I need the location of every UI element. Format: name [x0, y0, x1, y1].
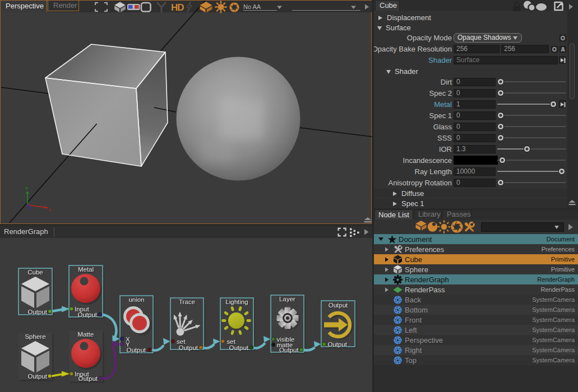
- svg-text:Output: Output: [126, 347, 146, 353]
- svg-text:HD: HD: [171, 2, 184, 13]
- svg-text:Metal: Metal: [78, 266, 94, 273]
- svg-text:Lighting: Lighting: [225, 298, 248, 305]
- svg-text:Output: Output: [178, 344, 198, 351]
- svg-text:Output: Output: [328, 341, 348, 348]
- svg-text:Output: Output: [27, 309, 47, 315]
- svg-text:Matte: Matte: [78, 331, 94, 338]
- svg-text:No AA: No AA: [243, 3, 261, 10]
- svg-text:Trace: Trace: [179, 298, 195, 305]
- svg-text:Output: Output: [77, 311, 97, 318]
- svg-text:Sphere: Sphere: [25, 333, 45, 340]
- svg-text:Y: Y: [25, 186, 29, 191]
- svg-text:Output: Output: [279, 347, 299, 353]
- svg-text:Cube: Cube: [27, 269, 43, 276]
- svg-text:union: union: [128, 296, 144, 303]
- svg-text:Output: Output: [229, 344, 248, 351]
- svg-text:Output: Output: [78, 375, 98, 382]
- svg-text:x: x: [49, 207, 51, 212]
- svg-text:Output: Output: [27, 373, 47, 380]
- svg-text:Layer: Layer: [279, 296, 295, 302]
- svg-text:Output: Output: [329, 302, 348, 309]
